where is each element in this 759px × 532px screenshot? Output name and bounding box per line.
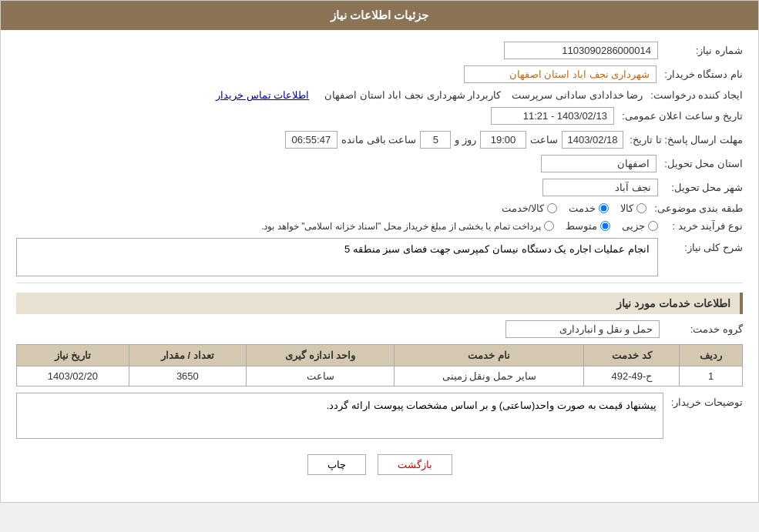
deadline-time-label: ساعت — [530, 134, 558, 146]
subject-option-kala: کالا — [620, 202, 646, 214]
need-number-label: شماره نیاز: — [666, 45, 743, 56]
remaining-label: ساعت باقی مانده — [341, 134, 416, 146]
deadline-date: 1403/02/18 — [562, 131, 623, 149]
purchase-motavasset-label: متوسط — [566, 220, 597, 232]
subject-radio-kala-khedmat[interactable] — [547, 203, 557, 213]
purchase-radio-motavasset[interactable] — [600, 221, 610, 231]
buyer-org-label: نام دستگاه خریدار: — [664, 69, 743, 80]
service-group-value: حمل و نقل و انبارداری — [505, 320, 660, 338]
page-title: جزئیات اطلاعات نیاز — [331, 8, 428, 22]
service-info-title: اطلاعات خدمات مورد نیاز — [16, 293, 743, 314]
subject-radio-kala[interactable] — [636, 203, 646, 213]
back-button[interactable]: بازگشت — [378, 454, 452, 475]
col-unit: واحد اندازه گیری — [247, 345, 395, 366]
subject-row: طبقه بندی موضوعی: کالا/خدمت خدمت کالا — [16, 202, 743, 214]
col-qty: تعداد / مقدار — [129, 345, 246, 366]
buyer-notes-value[interactable] — [16, 393, 663, 439]
bottom-buttons: بازگشت چاپ — [16, 454, 743, 475]
purchase-radio-group: پرداخت تمام یا بخشی از مبلغ خریداز محل "… — [261, 220, 658, 232]
divider1 — [16, 283, 743, 283]
service-group-row: گروه خدمت: حمل و نقل و انبارداری — [16, 320, 743, 338]
purchase-esnad-label: پرداخت تمام یا بخشی از مبلغ خریداز محل "… — [261, 221, 541, 232]
subject-kala-khedmat-label: کالا/خدمت — [502, 202, 545, 214]
print-button[interactable]: چاپ — [307, 454, 366, 475]
subject-option-khedmat: خدمت — [569, 202, 609, 214]
need-desc-label: شرح کلی نیاز: — [666, 238, 743, 253]
page-wrapper: جزئیات اطلاعات نیاز شماره نیاز: 11030902… — [0, 0, 759, 503]
date-row: تاریخ و ساعت اعلان عمومی: 1403/02/13 - 1… — [16, 107, 743, 125]
creator-role: کاربردار شهرداری نجف اباد استان اصفهان — [324, 89, 501, 101]
city-value: نجف آباد — [542, 179, 658, 196]
buyer-org-row: نام دستگاه خریدار: شهرداری نجف اباد استا… — [16, 65, 743, 83]
cell-unit: ساعت — [247, 366, 395, 386]
province-label: استان محل تحویل: — [664, 158, 743, 169]
need-number-value: 1103090286000014 — [504, 42, 658, 59]
cell-qty: 3650 — [129, 366, 246, 386]
creator-row: ایجاد کننده درخواست: رضا خدادادی سادانی … — [16, 89, 743, 101]
purchase-radio-esnad[interactable] — [544, 221, 554, 231]
subject-khedmat-label: خدمت — [569, 202, 596, 214]
cell-date: 1403/02/20 — [17, 366, 129, 386]
deadline-day-label: روز و — [455, 134, 476, 146]
city-row: شهر محل تحویل: نجف آباد — [16, 179, 743, 196]
purchase-radio-jozei[interactable] — [648, 221, 658, 231]
subject-kala-label: کالا — [620, 202, 633, 214]
service-group-label: گروه خدمت: — [666, 323, 743, 335]
province-row: استان محل تحویل: اصفهان — [16, 155, 743, 172]
need-number-row: شماره نیاز: 1103090286000014 — [16, 42, 743, 59]
date-label: تاریخ و ساعت اعلان عمومی: — [622, 110, 743, 122]
contact-info-link[interactable]: اطلاعات تماس خریدار — [216, 89, 309, 101]
purchase-jozei-label: جزیی — [622, 220, 645, 232]
deadline-days: 5 — [420, 131, 451, 149]
cell-name: سایر حمل ونقل زمینی — [395, 366, 584, 386]
purchase-option-motavasset: متوسط — [566, 220, 610, 232]
cell-radif: 1 — [680, 366, 743, 386]
purchase-type-label: نوع فرآیند خرید : — [666, 220, 743, 232]
subject-option-kala-khedmat: کالا/خدمت — [502, 202, 558, 214]
city-label: شهر محل تحویل: — [666, 182, 743, 193]
buyer-notes-row: توضیحات خریدار: — [16, 393, 743, 439]
subject-radio-khedmat[interactable] — [599, 203, 609, 213]
deadline-row: مهلت ارسال پاسخ: تا تاریخ: 1403/02/18 سا… — [16, 131, 743, 149]
province-value: اصفهان — [541, 155, 657, 172]
remaining-time: 06:55:47 — [285, 131, 338, 149]
need-desc-value[interactable] — [16, 238, 658, 276]
subject-radio-group: کالا/خدمت خدمت کالا — [502, 202, 647, 214]
buyer-notes-label: توضیحات خریدار: — [671, 393, 743, 439]
col-code: کد خدمت — [584, 345, 680, 366]
service-table: ردیف کد خدمت نام خدمت واحد اندازه گیری ت… — [16, 344, 743, 386]
creator-label: ایجاد کننده درخواست: — [650, 89, 743, 101]
purchase-option-jozei: جزیی — [622, 220, 658, 232]
table-row: 1 ح-49-492 سایر حمل ونقل زمینی ساعت 3650… — [17, 366, 743, 386]
cell-code: ح-49-492 — [584, 366, 680, 386]
subject-label: طبقه بندی موضوعی: — [654, 202, 743, 214]
col-name: نام خدمت — [395, 345, 584, 366]
need-desc-row: شرح کلی نیاز: — [16, 238, 743, 276]
col-date: تاریخ نیاز — [17, 345, 129, 366]
purchase-type-row: نوع فرآیند خرید : پرداخت تمام یا بخشی از… — [16, 220, 743, 232]
deadline-label: مهلت ارسال پاسخ: تا تاریخ: — [627, 134, 743, 146]
creator-name: رضا خدادادی سادانی سرپرست — [512, 89, 643, 101]
content-area: شماره نیاز: 1103090286000014 نام دستگاه … — [1, 30, 758, 502]
page-header: جزئیات اطلاعات نیاز — [1, 1, 758, 30]
date-value: 1403/02/13 - 11:21 — [491, 107, 614, 125]
col-radif: ردیف — [680, 345, 743, 366]
deadline-time: 19:00 — [480, 131, 526, 149]
buyer-org-value: شهرداری نجف اباد استان اصفهان — [464, 65, 657, 83]
purchase-option-esnad: پرداخت تمام یا بخشی از مبلغ خریداز محل "… — [261, 221, 554, 232]
